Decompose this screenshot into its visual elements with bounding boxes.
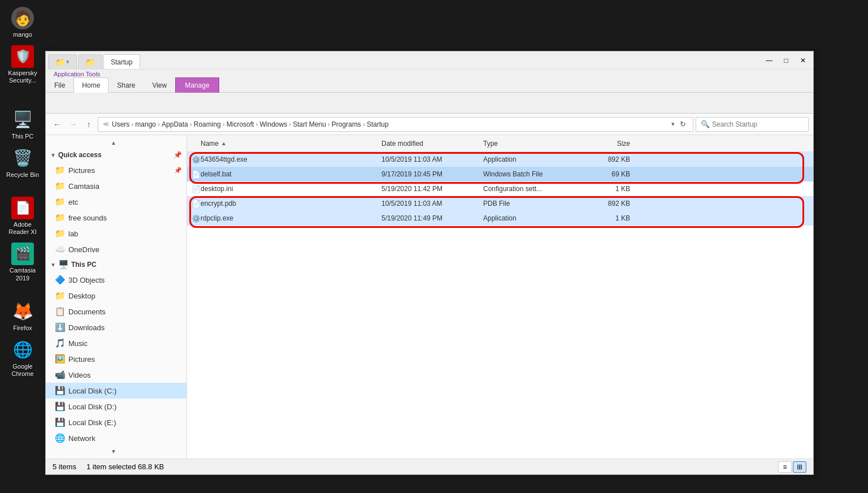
title-bar: 📁 ▾ 📁 Startup — □ ✕: [46, 51, 813, 70]
etc-folder-icon: 📁: [55, 197, 65, 207]
file-row-f4[interactable]: 📄 encrypt.pdb 10/5/2019 11:03 AM PDB Fil…: [187, 196, 813, 211]
desktop-icon-thispc[interactable]: 🖥️ This PC: [2, 106, 43, 142]
ribbon-tab-manage[interactable]: Manage: [175, 77, 219, 93]
sidebar-scroll-down[interactable]: ▼: [46, 446, 181, 456]
desktop-icon-firefox[interactable]: 🦊 Firefox: [2, 298, 43, 334]
address-bar[interactable]: ≪ Users › mango › AppData › Roaming › Mi…: [98, 117, 693, 132]
sidebar-item-etc[interactable]: 📁 etc: [46, 194, 186, 210]
local-c-icon: 💾: [55, 386, 65, 396]
search-box[interactable]: 🔍: [696, 117, 809, 132]
sidebar-item-desktop[interactable]: 📁 Desktop: [46, 288, 186, 304]
sidebar-item-onedrive[interactable]: ☁️ OneDrive: [46, 241, 186, 257]
file-row-f5[interactable]: ⚙️ rdpclip.exe 5/19/2020 11:49 PM Applic…: [187, 211, 813, 226]
sidebar-item-camtasia[interactable]: 📁 Camtasia: [46, 178, 186, 194]
address-refresh-button[interactable]: ↻: [677, 119, 688, 130]
sidebar-item-3d-objects[interactable]: 🔷 3D Objects: [46, 272, 186, 288]
sidebar-item-free-sounds[interactable]: 📁 free sounds: [46, 210, 186, 226]
bc-programs[interactable]: Programs: [332, 120, 361, 128]
ribbon-tab-share[interactable]: Share: [108, 77, 144, 93]
file-icon-pdb: 📄: [192, 199, 201, 208]
local-d-icon: 💾: [55, 401, 65, 412]
filename-f5: rdpclip.exe: [201, 214, 381, 222]
desktop-icon-camtasia[interactable]: 🎬 Camtasia 2019: [2, 240, 43, 284]
desktop-icon-mango-label: mango: [13, 31, 32, 38]
sidebar-item-pictures2[interactable]: 🖼️ Pictures: [46, 351, 186, 367]
bc-appdata[interactable]: AppData: [162, 120, 188, 128]
col-header-type[interactable]: Type: [483, 140, 574, 148]
desktop-icon-chrome[interactable]: 🌐 Google Chrome: [2, 336, 43, 380]
sidebar-item-local-e[interactable]: 💾 Local Disk (E:): [46, 414, 186, 430]
forward-button[interactable]: →: [66, 118, 80, 131]
sidebar-item-lab[interactable]: 📁 lab: [46, 226, 186, 241]
filename-f2: delself.bat: [201, 170, 381, 178]
sidebar-camtasia-label: Camtasia: [68, 182, 99, 191]
bc-users[interactable]: Users: [112, 120, 129, 128]
music-icon: 🎵: [55, 338, 65, 348]
file-row-f3[interactable]: 📄 desktop.ini 5/19/2020 11:42 PM Configu…: [187, 181, 813, 196]
title-tab-startup[interactable]: Startup: [103, 54, 140, 69]
title-tabs: 📁 ▾ 📁 Startup: [48, 51, 761, 69]
sidebar-pictures-label: Pictures: [68, 166, 95, 175]
bc-startup[interactable]: Startup: [367, 120, 389, 128]
pictures-folder-icon: 📁: [55, 165, 65, 175]
bc-roaming[interactable]: Roaming: [194, 120, 221, 128]
search-input[interactable]: [712, 120, 804, 128]
title-tab-icon2[interactable]: 📁: [78, 54, 102, 69]
filedate-f5: 5/19/2020 11:49 PM: [381, 214, 483, 222]
documents-icon: 📋: [55, 306, 65, 317]
filesize-f3: 1 KB: [574, 185, 630, 193]
sidebar-item-network[interactable]: 🌐 Network: [46, 430, 186, 446]
sidebar-item-pictures[interactable]: 📁 Pictures 📌: [46, 162, 186, 178]
sidebar-scroll-up[interactable]: ▲: [46, 137, 181, 148]
sidebar-3dobjects-label: 3D Objects: [68, 276, 105, 284]
desktop-icon-firefox-label: Firefox: [13, 325, 32, 332]
close-button[interactable]: ✕: [795, 54, 811, 67]
col-header-date[interactable]: Date modified: [381, 140, 483, 148]
title-tab-icon1[interactable]: 📁 ▾: [48, 54, 77, 69]
sidebar-downloads-label: Downloads: [68, 323, 105, 332]
up-button[interactable]: ↑: [82, 118, 96, 131]
desktop-icon-mango[interactable]: 🧑 mango: [2, 5, 43, 41]
desktop-icon-kaspersky[interactable]: 🛡️ Kaspersky Security...: [2, 43, 43, 87]
file-row-f2[interactable]: 📄 delself.bat 9/17/2019 10:45 PM Windows…: [187, 167, 813, 181]
sidebar-item-local-d[interactable]: 💾 Local Disk (D:): [46, 399, 186, 414]
sidebar-local-e-label: Local Disk (E:): [68, 418, 116, 427]
sidebar-this-pc-header[interactable]: ▼ 🖥️ This PC: [46, 257, 186, 272]
sidebar-item-music[interactable]: 🎵 Music: [46, 335, 186, 351]
camtasia-folder-icon: 📁: [55, 181, 65, 191]
filedate-f3: 5/19/2020 11:42 PM: [381, 185, 483, 193]
filesize-f1: 892 KB: [574, 155, 630, 163]
ribbon-tab-file[interactable]: File: [46, 77, 73, 93]
file-row-f1[interactable]: ⚙️ 543654ttgd.exe 10/5/2019 11:03 AM App…: [187, 152, 813, 167]
maximize-button[interactable]: □: [778, 54, 794, 67]
minimize-button[interactable]: —: [761, 54, 777, 67]
view-details-button[interactable]: ⊞: [793, 461, 806, 473]
bc-mango[interactable]: mango: [135, 120, 156, 128]
filesize-f2: 69 KB: [574, 170, 630, 178]
desktop-icon-chrome-label: Google Chrome: [11, 363, 33, 378]
view-list-button[interactable]: ≡: [778, 461, 792, 473]
ribbon-tab-view[interactable]: View: [144, 77, 175, 93]
sidebar-quick-access-header[interactable]: ▼ Quick access 📌: [46, 148, 186, 162]
bc-startmenu[interactable]: Start Menu: [293, 120, 326, 128]
desktop-icon-adobe[interactable]: 📄 Adobe Reader XI: [2, 194, 43, 238]
col-header-name[interactable]: Name ▲: [201, 140, 381, 148]
ribbon-content: [46, 93, 813, 113]
status-items-count: 5 items 1 item selected 68.8 KB: [53, 462, 164, 471]
bc-windows[interactable]: Windows: [259, 120, 287, 128]
filesize-f5: 1 KB: [574, 214, 630, 222]
sidebar-item-downloads[interactable]: ⬇️ Downloads: [46, 319, 186, 335]
desktop-icon-adobe-label: Adobe Reader XI: [8, 221, 37, 236]
sidebar-item-documents[interactable]: 📋 Documents: [46, 304, 186, 319]
filedate-f1: 10/5/2019 11:03 AM: [381, 155, 483, 163]
col-header-size[interactable]: Size: [574, 140, 630, 148]
ribbon-tab-home[interactable]: Home: [73, 77, 108, 93]
address-bar-dropdown[interactable]: ▾: [671, 120, 675, 128]
desktop-icon-recycle[interactable]: 🗑️ Recycle Bin: [2, 145, 43, 181]
this-pc-section-icon: 🖥️: [58, 260, 69, 270]
sidebar-item-local-c[interactable]: 💾 Local Disk (C:): [46, 383, 186, 399]
back-button[interactable]: ←: [50, 118, 64, 131]
filetype-f1: Application: [483, 155, 574, 163]
sidebar-item-videos[interactable]: 📹 Videos: [46, 367, 186, 383]
bc-microsoft[interactable]: Microsoft: [227, 120, 254, 128]
